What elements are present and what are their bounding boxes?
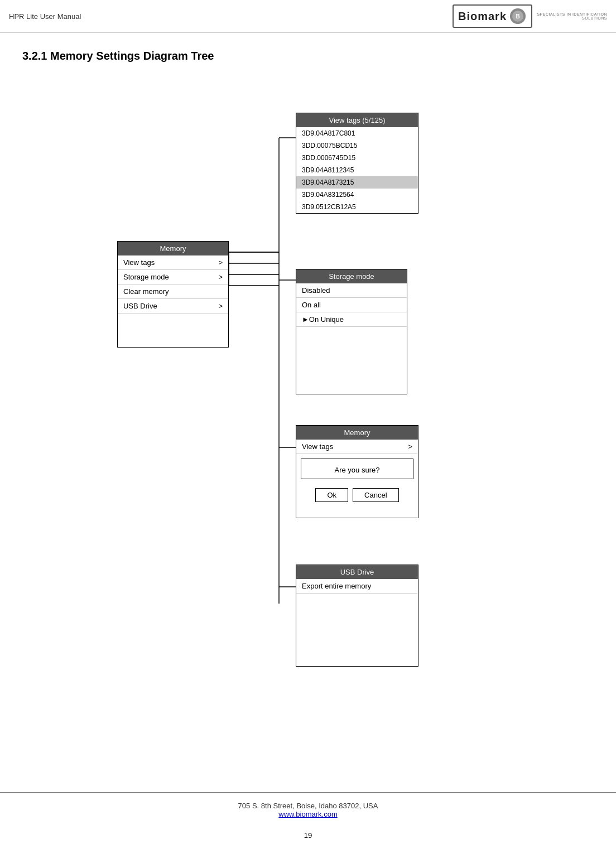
logo-text: Biomark xyxy=(458,10,507,23)
memory-clear-memory-label: Clear memory xyxy=(123,287,169,296)
memory-view-tags-item[interactable]: View tags > xyxy=(118,255,228,270)
confirm-dialog-text: Are you sure? xyxy=(335,466,380,474)
confirm-view-tags-label: View tags xyxy=(302,442,333,451)
memory-storage-mode-label: Storage mode xyxy=(123,273,169,281)
view-tags-item-6: 3D9.04A8312564 xyxy=(296,189,418,201)
memory-confirm-header: Memory xyxy=(296,426,418,440)
view-tags-item-2: 3DD.00075BCD15 xyxy=(296,139,418,152)
confirm-buttons: Ok Cancel xyxy=(296,484,418,507)
usb-drive-header: USB Drive xyxy=(296,565,418,579)
memory-usb-drive-label: USB Drive xyxy=(123,302,157,310)
manual-title: HPR Lite User Manual xyxy=(9,12,81,21)
storage-disabled-label: Disabled xyxy=(302,286,330,295)
footer-website-link[interactable]: www.biomark.com xyxy=(278,810,337,818)
view-tags-item-7: 3D9.0512CB12A5 xyxy=(296,201,418,213)
storage-mode-menu: Storage mode Disabled On all ►On Unique xyxy=(296,269,407,394)
memory-view-tags-label: View tags xyxy=(123,258,155,267)
view-tags-item-3: 3DD.0006745D15 xyxy=(296,152,418,164)
view-tags-item-4: 3D9.04A8112345 xyxy=(296,164,418,176)
view-tags-menu: View tags (5/125) 3D9.04A817C801 3DD.000… xyxy=(296,113,418,214)
storage-on-unique-label: ►On Unique xyxy=(302,315,344,324)
confirm-view-tags-item[interactable]: View tags > xyxy=(296,440,418,454)
memory-storage-mode-arrow: > xyxy=(218,273,223,281)
usb-drive-menu: USB Drive Export entire memory xyxy=(296,565,418,667)
storage-disabled-item[interactable]: Disabled xyxy=(296,283,407,298)
storage-mode-header: Storage mode xyxy=(296,269,407,283)
memory-storage-mode-item[interactable]: Storage mode > xyxy=(118,270,228,284)
footer-website: www.biomark.com xyxy=(8,810,608,818)
usb-export-item[interactable]: Export entire memory xyxy=(296,579,418,594)
view-tags-item-5: 3D9.04A8173215 xyxy=(296,176,418,189)
logo-subtitle: SPECIALISTS IN IDENTIFICATION SOLUTIONS xyxy=(535,12,607,20)
memory-clear-memory-item[interactable]: Clear memory xyxy=(118,284,228,299)
page-footer: 705 S. 8th Street, Boise, Idaho 83702, U… xyxy=(0,792,616,827)
storage-on-unique-item[interactable]: ►On Unique xyxy=(296,312,407,327)
memory-view-tags-arrow: > xyxy=(218,258,223,267)
usb-export-label: Export entire memory xyxy=(302,582,371,590)
logo-area: Biomark B SPECIALISTS IN IDENTIFICATION … xyxy=(453,4,607,28)
storage-on-all-label: On all xyxy=(302,301,321,309)
memory-usb-drive-item[interactable]: USB Drive > xyxy=(118,299,228,314)
confirm-view-tags-arrow: > xyxy=(408,442,412,451)
view-tags-item-1: 3D9.04A817C801 xyxy=(296,127,418,139)
storage-on-all-item[interactable]: On all xyxy=(296,298,407,312)
page-header: HPR Lite User Manual Biomark B SPECIALIS… xyxy=(0,0,616,33)
svg-text:B: B xyxy=(516,13,519,20)
diagram-area: Memory View tags > Storage mode > Clear … xyxy=(22,79,594,693)
confirm-dialog: Are you sure? xyxy=(301,459,413,479)
section-title: 3.2.1 Memory Settings Diagram Tree xyxy=(22,50,594,62)
cancel-button[interactable]: Cancel xyxy=(353,488,398,502)
footer-address: 705 S. 8th Street, Boise, Idaho 83702, U… xyxy=(8,802,608,810)
logo-icon: B xyxy=(509,7,527,25)
memory-confirm-menu: Memory View tags > Are you sure? Ok Canc… xyxy=(296,425,418,518)
ok-button[interactable]: Ok xyxy=(315,488,348,502)
page-content: 3.2.1 Memory Settings Diagram Tree xyxy=(0,33,616,792)
memory-main-menu: Memory View tags > Storage mode > Clear … xyxy=(117,241,229,348)
memory-main-header: Memory xyxy=(118,242,228,255)
memory-usb-drive-arrow: > xyxy=(218,302,223,310)
view-tags-header: View tags (5/125) xyxy=(296,113,418,127)
page-number: 19 xyxy=(0,827,616,844)
